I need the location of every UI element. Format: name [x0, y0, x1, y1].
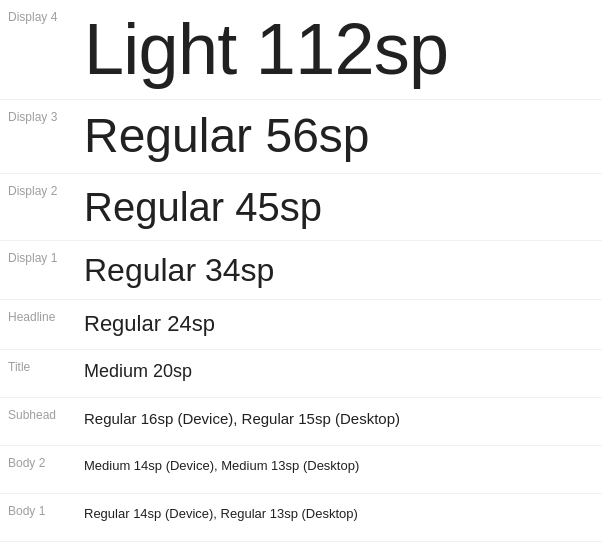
type-row: SubheadRegular 16sp (Device), Regular 15… — [0, 398, 602, 446]
type-row: Body 2Medium 14sp (Device), Medium 13sp … — [0, 446, 602, 494]
type-row: Display 2Regular 45sp — [0, 174, 602, 241]
type-row: TitleMedium 20sp — [0, 350, 602, 398]
type-row: Display 3Regular 56sp — [0, 100, 602, 174]
type-style-label: Body 1 — [0, 500, 80, 518]
type-specimen-text: Regular 24sp — [80, 306, 602, 343]
type-style-label: Caption — [0, 548, 80, 552]
type-style-label: Headline — [0, 306, 80, 324]
type-specimen-text: Regular 16sp (Device), Regular 15sp (Des… — [80, 404, 602, 435]
type-style-label: Display 2 — [0, 180, 80, 198]
type-specimen-text: Regular 14sp (Device), Regular 13sp (Des… — [80, 500, 602, 528]
type-style-label: Display 4 — [0, 6, 80, 24]
typography-table: Display 4Light 112spDisplay 3Regular 56s… — [0, 0, 602, 552]
type-style-label: Display 1 — [0, 247, 80, 265]
type-specimen-text: Regular 34sp — [80, 247, 602, 293]
type-style-label: Body 2 — [0, 452, 80, 470]
type-style-label: Subhead — [0, 404, 80, 422]
type-specimen-text: Light 112sp — [80, 6, 602, 93]
type-row: Display 1Regular 34sp — [0, 241, 602, 300]
type-row: HeadlineRegular 24sp — [0, 300, 602, 350]
type-style-label: Title — [0, 356, 80, 374]
type-specimen-text: Regular 56sp — [80, 106, 602, 167]
type-row: Display 4Light 112sp — [0, 0, 602, 100]
type-specimen-text: Regular 12sp — [80, 548, 602, 552]
type-specimen-text: Medium 14sp (Device), Medium 13sp (Deskt… — [80, 452, 602, 480]
type-specimen-text: Medium 20sp — [80, 356, 602, 387]
type-row: Body 1Regular 14sp (Device), Regular 13s… — [0, 494, 602, 542]
type-specimen-text: Regular 45sp — [80, 180, 602, 234]
type-style-label: Display 3 — [0, 106, 80, 124]
type-row: CaptionRegular 12sp — [0, 542, 602, 552]
